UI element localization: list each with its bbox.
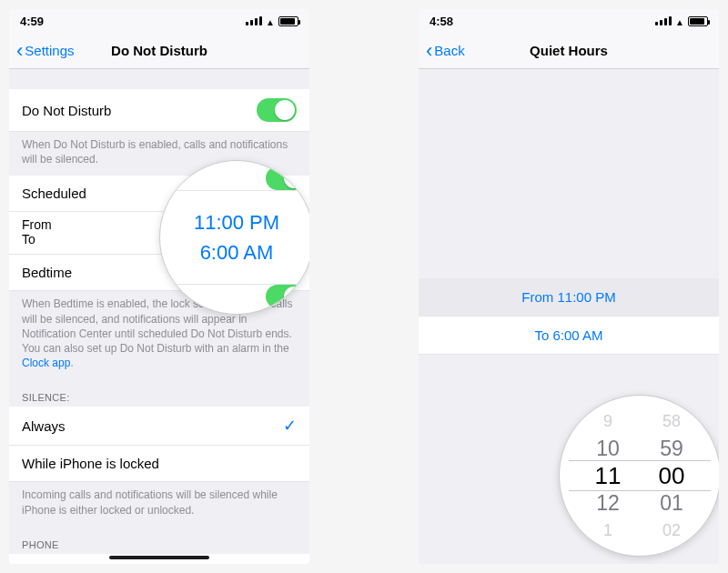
chevron-back-icon: ‹ [16, 41, 23, 61]
zoom-preview-schedule: 11:00 PM 6:00 AM [159, 160, 309, 315]
do-not-disturb-screen: 4:59 ‹ Settings Do Not Disturb Do Not Di… [9, 9, 309, 564]
silence-always-label: Always [22, 418, 66, 434]
clock-app-link[interactable]: Clock app [22, 357, 70, 369]
status-time: 4:59 [20, 15, 75, 28]
status-icons [246, 15, 298, 28]
cellular-icon [246, 16, 262, 25]
back-button[interactable]: ‹ Settings [16, 41, 75, 61]
chevron-right-icon: › [291, 563, 297, 564]
silence-always-row[interactable]: Always ✓ [9, 407, 309, 446]
quiet-hours-screen: 4:58 ‹ Back Quiet Hours From 11:00 PM To… [419, 9, 719, 564]
silence-header: SILENCE: [9, 379, 309, 407]
picker-hours[interactable]: 9 10 11 12 1 [576, 407, 640, 544]
zoom-preview-picker: 9 10 11 12 1 58 59 00 01 02 [559, 395, 719, 557]
nav-bar: ‹ Back Quiet Hours [419, 33, 719, 69]
from-label: From [22, 217, 52, 232]
zoom-to-time: 6:00 AM [194, 237, 279, 267]
back-button[interactable]: ‹ Back [426, 41, 465, 61]
wifi-icon [266, 15, 275, 28]
to-row[interactable]: To 6:00 AM [419, 317, 719, 355]
nav-bar: ‹ Settings Do Not Disturb [9, 33, 309, 69]
from-row[interactable]: From 11:00 PM [419, 278, 719, 317]
home-indicator[interactable] [109, 556, 209, 559]
status-bar: 4:59 [9, 9, 309, 33]
picker-minutes[interactable]: 58 59 00 01 02 [640, 407, 703, 544]
status-bar: 4:58 [419, 9, 719, 33]
back-label: Back [434, 43, 464, 58]
zoom-from-time: 11:00 PM [194, 207, 279, 237]
dnd-label: Do Not Disturb [22, 103, 111, 118]
status-icons [655, 15, 708, 28]
silence-locked-row[interactable]: While iPhone is locked [9, 446, 309, 482]
back-label: Settings [25, 43, 74, 58]
silence-locked-label: While iPhone is locked [22, 456, 159, 471]
silence-footer: Incoming calls and notifications will be… [9, 482, 309, 526]
time-picker[interactable]: 9 10 11 12 1 58 59 00 01 02 [560, 396, 719, 556]
status-time: 4:58 [430, 15, 484, 28]
checkmark-icon: ✓ [283, 416, 297, 436]
to-label: To [22, 232, 35, 246]
battery-icon [278, 16, 298, 26]
cellular-icon [655, 16, 672, 25]
phone-header: PHONE [9, 527, 309, 554]
wifi-icon [675, 15, 684, 28]
battery-icon [688, 16, 708, 26]
chevron-back-icon: ‹ [426, 41, 432, 61]
scheduled-label: Scheduled [22, 186, 86, 201]
bedtime-label: Bedtime [22, 265, 72, 280]
dnd-toggle[interactable] [257, 98, 297, 122]
dnd-row[interactable]: Do Not Disturb [9, 89, 309, 132]
